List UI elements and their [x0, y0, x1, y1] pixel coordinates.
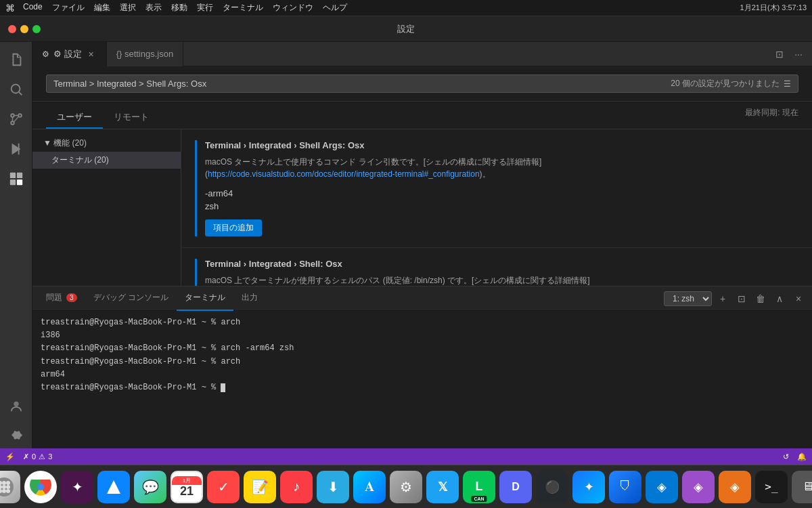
- tab-user[interactable]: ユーザー: [46, 107, 103, 129]
- menu-edit[interactable]: 編集: [94, 2, 110, 14]
- last-sync: 最終同期: 現在: [745, 107, 798, 129]
- close-panel-button[interactable]: ×: [790, 291, 807, 307]
- activity-bar: [0, 42, 32, 448]
- minimize-window-button[interactable]: [20, 25, 28, 33]
- add-item-button[interactable]: 項目の追加: [205, 219, 262, 236]
- maximize-panel-button[interactable]: ∧: [771, 291, 788, 307]
- titlebar: 設定: [0, 16, 812, 42]
- warning-icon: ⚠: [39, 452, 45, 461]
- status-notification[interactable]: 🔔: [797, 452, 807, 461]
- dock-vscode-purple[interactable]: ◈: [682, 471, 715, 503]
- dock-testflight[interactable]: [97, 471, 130, 503]
- dock-reminders[interactable]: ✓: [207, 471, 240, 503]
- dock-vscode-blue[interactable]: ◈: [646, 471, 678, 503]
- dock-music[interactable]: ♪: [280, 471, 313, 503]
- new-terminal-button[interactable]: +: [715, 291, 731, 307]
- status-bar-left: ⚡ ✗ 0 ⚠ 3: [5, 452, 52, 461]
- status-sync[interactable]: ↺: [783, 452, 789, 461]
- dock-sysprefs[interactable]: ⚙: [390, 471, 422, 503]
- menu-run[interactable]: 実行: [197, 2, 213, 14]
- sidebar-item-terminal[interactable]: ターミナル (20): [32, 152, 181, 169]
- dock-screen[interactable]: 🖥: [792, 471, 812, 503]
- main-layout: ⚙ ⚙ 設定 × {} settings.json ⊡ ··· Terminal…: [0, 42, 812, 448]
- apple-menu[interactable]: ⌘: [5, 3, 15, 14]
- menu-window[interactable]: ウィンドウ: [273, 2, 313, 14]
- shell-select[interactable]: 1: zsh: [664, 291, 712, 306]
- settings-search-input[interactable]: Terminal > Integrated > Shell Args: Osx …: [46, 75, 798, 93]
- menu-view[interactable]: 表示: [145, 2, 162, 14]
- status-remote[interactable]: ⚡: [5, 452, 15, 461]
- terminal-controls: 1: zsh + ⊡ 🗑 ∧ ×: [664, 291, 807, 307]
- menu-help[interactable]: ヘルプ: [323, 2, 347, 14]
- split-editor-button[interactable]: ⊡: [771, 46, 788, 62]
- menu-file[interactable]: ファイル: [52, 2, 85, 14]
- tab-settings-json[interactable]: {} settings.json: [107, 42, 184, 66]
- dock-line[interactable]: L CAN: [463, 471, 495, 503]
- kill-terminal-button[interactable]: 🗑: [752, 291, 769, 307]
- more-actions-button[interactable]: ···: [790, 46, 807, 62]
- svg-point-0: [11, 85, 20, 93]
- settings-body: ▼ 機能 (20) ターミナル (20) Terminal › In: [32, 129, 812, 286]
- close-window-button[interactable]: [8, 25, 16, 33]
- activity-accounts[interactable]: [4, 394, 28, 419]
- svg-marker-25: [107, 480, 120, 494]
- search-results-count: 20 個の設定が見つかりました ☰: [671, 78, 791, 89]
- app: 設定: [0, 16, 812, 508]
- menu-code[interactable]: Code: [23, 2, 43, 14]
- activity-settings[interactable]: [4, 424, 28, 448]
- dock-calendar[interactable]: 1月 21: [171, 471, 203, 503]
- maximize-window-button[interactable]: [32, 25, 41, 33]
- activity-extensions[interactable]: [4, 167, 28, 191]
- dock-github[interactable]: ⚫: [536, 471, 568, 503]
- dock-xcode[interactable]: ✦: [572, 471, 605, 503]
- svg-point-24: [37, 484, 44, 490]
- tab-remote[interactable]: リモート: [103, 107, 160, 129]
- setting-list-item-arm64: -arm64: [205, 187, 798, 200]
- status-errors[interactable]: ✗ 0 ⚠ 3: [23, 452, 52, 461]
- terminal-tab-output[interactable]: 出力: [233, 287, 266, 311]
- dock-terminal[interactable]: >_: [755, 471, 788, 503]
- terminal-tab-terminal[interactable]: ターミナル: [177, 287, 233, 311]
- activity-source-control[interactable]: [4, 107, 28, 131]
- menu-go[interactable]: 移動: [171, 2, 187, 14]
- split-terminal-button[interactable]: ⊡: [734, 291, 750, 307]
- sidebar-group-features-header[interactable]: ▼ 機能 (20): [32, 135, 181, 152]
- menu-terminal[interactable]: ターミナル: [223, 2, 263, 14]
- activity-run-debug[interactable]: [4, 137, 28, 161]
- setting-shell-args-osx-link[interactable]: https://code.visualstudio.com/docs/edito…: [208, 169, 480, 179]
- tab-settings-close[interactable]: ×: [86, 49, 97, 60]
- sidebar-group-features-label: ▼ 機能 (20): [43, 137, 87, 149]
- dock-slack[interactable]: ✦: [61, 471, 93, 503]
- dock-discord[interactable]: D: [499, 471, 532, 503]
- terminal-tab-problems[interactable]: 問題 3: [38, 287, 85, 311]
- setting-shell-osx-inner: Terminal › Integrated › Shell: Osx macOS…: [195, 259, 798, 286]
- activity-explorer[interactable]: [4, 47, 28, 72]
- dock-launchpad[interactable]: [0, 471, 20, 503]
- dock-transloader[interactable]: ⬇: [317, 471, 349, 503]
- dock-messages[interactable]: 💬: [134, 471, 166, 503]
- dock-vscode-orange[interactable]: ◈: [719, 471, 751, 503]
- dock-appstore[interactable]: 𝐀: [353, 471, 386, 503]
- tab-settings-json-label: {} settings.json: [116, 49, 174, 59]
- terminal-cursor: [221, 383, 225, 392]
- terminal-line-2: i386: [41, 329, 804, 342]
- dock-chrome[interactable]: [24, 471, 57, 503]
- menubar-time: 1月21日(木) 3:57:13: [740, 3, 807, 13]
- tab-settings[interactable]: ⚙ ⚙ 設定 ×: [32, 42, 107, 66]
- terminal-line-6: treastrain@Ryogas-MacBook-Pro-M1 ~ %: [41, 381, 804, 394]
- activity-search[interactable]: [4, 77, 28, 102]
- dock-notes[interactable]: 📝: [244, 471, 276, 503]
- problems-badge: 3: [66, 293, 77, 302]
- filter-icon[interactable]: ☰: [784, 79, 791, 89]
- terminal-tab-debug[interactable]: デバッグ コンソール: [85, 287, 177, 311]
- dock-twitter[interactable]: 𝕏: [426, 471, 459, 503]
- svg-point-15: [6, 481, 10, 485]
- setting-shell-args-osx: Terminal › Integrated › Shell Args: Osx …: [181, 129, 812, 248]
- svg-point-21: [6, 489, 10, 493]
- menu-select[interactable]: 選択: [120, 2, 136, 14]
- menubar: ⌘ Code ファイル 編集 選択 表示 移動 実行 ターミナル ウィンドウ ヘ…: [0, 0, 812, 16]
- remote-icon: ⚡: [5, 452, 15, 461]
- svg-point-4: [11, 114, 14, 117]
- dock-sourcetree[interactable]: ⛉: [609, 471, 641, 503]
- setting-shell-args-osx-desc: macOS ターミナル上で使用するコマンド ライン引数です。[シェルの構成に関す…: [205, 156, 798, 180]
